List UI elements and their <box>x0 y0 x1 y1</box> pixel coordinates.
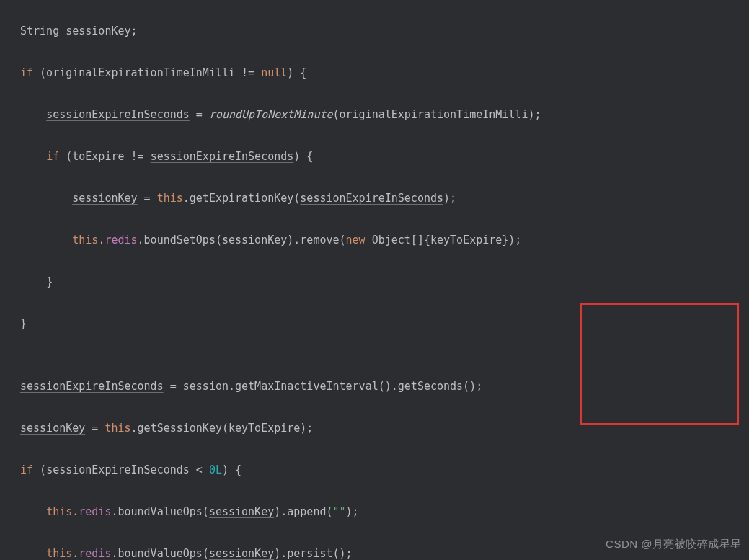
punctuation: ) { <box>222 463 241 476</box>
indent <box>20 234 72 246</box>
method-call: .getExpirationKey( <box>183 192 301 205</box>
keyword-if: if <box>20 66 33 79</box>
indent <box>20 108 46 121</box>
punctuation: . <box>72 547 79 560</box>
keyword-this: this <box>105 422 130 435</box>
operator: = <box>138 192 157 205</box>
method-call: ).persist(); <box>274 547 352 560</box>
code-line: if (originalExpirationTimeInMilli != nul… <box>0 63 749 84</box>
keyword-if: if <box>20 463 33 476</box>
string-literal: "" <box>333 505 346 518</box>
keyword-this: this <box>157 192 183 205</box>
variable: sessionKey <box>209 505 274 518</box>
operator: = <box>190 108 209 121</box>
indent <box>20 505 46 518</box>
punctuation: ) { <box>293 150 313 163</box>
variable: sessionKey <box>222 234 287 246</box>
code-text: (originalExpirationTimeInMilli != <box>33 66 261 79</box>
punctuation: ) { <box>287 66 306 79</box>
keyword-this: this <box>72 234 98 246</box>
method-call: .boundValueOps( <box>111 547 208 560</box>
keyword-this: this <box>46 547 72 560</box>
indent <box>20 192 72 205</box>
punctuation: ); <box>443 192 456 205</box>
code-line: sessionKey = this.getSessionKey(keyToExp… <box>0 418 749 439</box>
method-call: roundUpToNextMinute <box>209 108 333 121</box>
punctuation: ( <box>33 463 46 476</box>
code-text: (originalExpirationTimeInMilli); <box>333 108 541 121</box>
indent <box>20 275 46 288</box>
code-editor[interactable]: String sessionKey; if (originalExpiratio… <box>0 0 749 560</box>
variable: sessionKey <box>209 547 274 560</box>
code-line: this.redis.boundValueOps(sessionKey).app… <box>0 502 749 523</box>
variable: sessionKey <box>20 422 85 435</box>
brace: } <box>46 275 53 288</box>
operator: = <box>85 422 105 435</box>
keyword-this: this <box>46 505 72 518</box>
code-line: sessionExpireInSeconds = roundUpToNextMi… <box>0 105 749 125</box>
code-line: } <box>0 272 749 293</box>
method-call: .boundSetOps( <box>138 234 222 246</box>
code-line: sessionKey = this.getExpirationKey(sessi… <box>0 188 749 209</box>
method-call: .getSessionKey(keyToExpire); <box>131 422 314 435</box>
number-literal: 0L <box>209 463 222 476</box>
method-call: ).append( <box>274 505 332 518</box>
keyword-type: String <box>20 25 66 37</box>
method-call: .boundValueOps( <box>111 505 208 518</box>
indent <box>20 150 46 163</box>
variable: sessionExpireInSeconds <box>20 380 164 393</box>
method-call: ).remove( <box>287 234 345 246</box>
code-line: if (sessionExpireInSeconds < 0L) { <box>0 460 749 481</box>
variable: sessionExpireInSeconds <box>46 463 190 476</box>
brace: } <box>20 317 27 330</box>
code-text: = session.getMaxInactiveInterval().getSe… <box>164 380 483 393</box>
code-line: String sessionKey; <box>0 21 749 42</box>
code-line: if (toExpire != sessionExpireInSeconds) … <box>0 146 749 167</box>
variable: sessionKey <box>66 25 130 37</box>
keyword-new: new <box>346 234 365 246</box>
code-text: (toExpire != <box>59 150 150 163</box>
indent <box>20 547 46 560</box>
field: redis <box>79 505 111 518</box>
keyword-null: null <box>261 66 287 79</box>
variable: sessionExpireInSeconds <box>300 192 443 205</box>
operator: < <box>190 463 209 476</box>
code-text: Object[]{keyToExpire}); <box>365 234 522 246</box>
field: redis <box>105 234 137 246</box>
watermark: CSDN @月亮被咬碎成星星 <box>606 533 742 554</box>
variable: sessionExpireInSeconds <box>151 150 294 163</box>
code-line: this.redis.boundSetOps(sessionKey).remov… <box>0 230 749 251</box>
punctuation: ; <box>131 25 138 37</box>
keyword-if: if <box>46 150 59 163</box>
code-line: sessionExpireInSeconds = session.getMaxI… <box>0 376 749 397</box>
punctuation: ); <box>346 505 359 518</box>
field: redis <box>79 547 111 560</box>
punctuation: . <box>72 505 79 518</box>
variable: sessionKey <box>72 192 137 205</box>
code-line: } <box>0 314 749 334</box>
variable: sessionExpireInSeconds <box>46 108 190 121</box>
